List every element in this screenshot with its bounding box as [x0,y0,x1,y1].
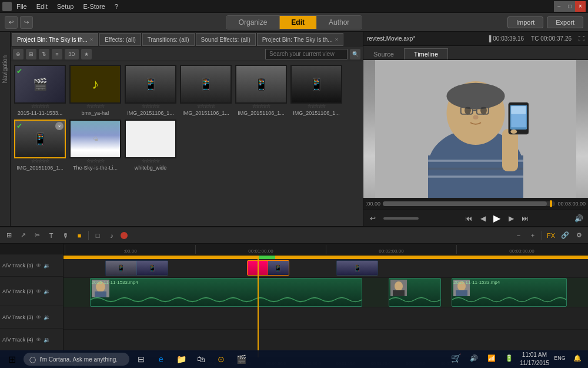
menu-file[interactable]: File [14,2,29,11]
minimize-button[interactable]: − [554,1,564,12]
taskbar-chrome[interactable]: ⊙ [213,352,229,366]
audio-video-clip-3[interactable]: 2015-11-11-1533.mp4 [452,278,567,307]
settings-icon[interactable]: ⚙ [574,230,584,241]
go-start-button[interactable]: ↩ [367,213,379,224]
sort-icon[interactable]: ⇅ [39,49,49,59]
bin-tab2-close[interactable]: × [335,37,338,42]
menu-help[interactable]: ? [112,2,121,11]
volume-slider[interactable] [383,217,419,220]
fullscreen-icon[interactable]: ⛶ [579,35,584,42]
taskbar-cart[interactable]: 🛒 [449,351,463,365]
search-icon[interactable]: 🔍 [350,49,360,59]
taskbar-language[interactable]: ENG [553,351,567,365]
tracks-scroll[interactable]: 📱 📱 📱 📱 [64,256,588,357]
audio-video-clip[interactable]: 2015-11-11-1533.mp4 [90,278,363,307]
video-icon[interactable]: □ [92,230,103,241]
list-item[interactable]: 📱 ☆☆☆☆☆ IMG_20151106_1... [235,65,287,116]
video-clip[interactable]: 📱 📱 [105,260,168,276]
zoom-out-icon[interactable]: − [513,230,524,241]
track-1-eye[interactable]: 👁 [36,263,41,268]
bin-tab-soundfx[interactable]: Sound Effects: (all) [196,33,256,46]
taskbar-edge[interactable]: e [153,352,169,366]
nav-label[interactable]: Navigation [2,55,8,83]
step-back-button[interactable]: ◀ [477,213,489,224]
close-button[interactable]: × [575,1,586,12]
scrubber-bar[interactable] [383,201,555,206]
timeline-ruler[interactable]: :00.00 00:01:00.00 00:02:00.00 00:03:00.… [64,244,588,256]
taskbar-clock[interactable]: 11:01 AM 11/17/2015 [520,351,549,367]
tab-timeline[interactable]: Timeline [404,48,448,59]
bin-tab-project2[interactable]: Project Bin: The Sky is th... × [257,33,343,46]
list-item[interactable]: 🌤 ☆☆☆☆☆ The-Sky-is-the-Li... [69,120,121,171]
track-2-speaker[interactable]: 🔉 [44,289,50,294]
video-clip[interactable]: 📱 [336,260,378,276]
playhead[interactable] [258,256,259,357]
taskbar-explorer[interactable]: 📁 [173,352,189,366]
taskbar-network[interactable]: 📶 [485,351,499,365]
menu-estore[interactable]: E-Store [81,2,107,11]
import-button[interactable]: Import [507,16,543,28]
taskbar-battery[interactable]: 🔋 [502,351,516,365]
prev-frame-button[interactable]: ⏮ [463,213,475,224]
play-button[interactable]: ▶ [491,213,503,224]
volume-button[interactable]: 🔊 [573,213,584,224]
bin-tab-transitions[interactable]: Transitions: (all) [142,33,195,46]
select-icon[interactable]: ↗ [18,230,28,241]
bin-tab-close[interactable]: × [90,37,93,42]
track-3-speaker[interactable]: 🔉 [44,314,50,320]
track-3-eye[interactable]: 👁 [36,314,41,320]
track-4-eye[interactable]: 👁 [36,337,41,343]
color-icon[interactable]: ■ [74,230,85,241]
record-button[interactable] [121,232,128,239]
track-2-eye[interactable]: 👁 [36,289,41,294]
snap-icon[interactable]: ⊞ [4,230,14,241]
audio-icon[interactable]: ♪ [106,230,117,241]
link-icon[interactable]: 🔗 [560,230,570,241]
3d-icon[interactable]: 3D [65,49,79,59]
menu-edit[interactable]: Edit [34,2,50,11]
cut-icon[interactable]: ✂ [32,230,42,241]
tab-author[interactable]: Author [317,16,361,29]
list-item[interactable]: 📱 ✔ × ☆☆☆☆☆ IMG_20151106_1... [14,120,66,171]
list-item[interactable]: 📱 ☆☆☆☆☆ IMG_20151106_1... [290,65,342,116]
search-input[interactable] [265,49,348,59]
maximize-button[interactable]: □ [564,1,575,12]
next-frame-button[interactable]: ⏭ [519,213,531,224]
taskbar-store[interactable]: 🛍 [193,352,209,366]
taskbar-speaker[interactable]: 🔊 [467,351,481,365]
audio-video-clip-2[interactable] [389,278,441,307]
tab-organize[interactable]: Organize [227,16,280,29]
list-item[interactable]: 📱 ☆☆☆☆☆ IMG_20151106_1... [125,65,176,116]
star-filter-icon[interactable]: ★ [81,49,92,59]
add-media-icon[interactable]: ⊕ [13,49,24,59]
zoom-in-icon[interactable]: + [527,230,538,241]
list-item[interactable]: ♪ ☆☆☆☆☆ bmx_ya-ha! [69,65,121,116]
remove-icon[interactable]: × [55,122,64,130]
bin-tab-effects[interactable]: Effects: (all) [99,33,141,46]
track-1-speaker[interactable]: 🔉 [44,263,50,268]
list-item[interactable]: ☆☆☆☆☆ whitebg_wide [125,120,176,171]
export-button[interactable]: Export [547,16,583,28]
bin-tab-project[interactable]: Project Bin: The Sky is th... × [12,33,98,46]
list-item[interactable]: 🎬 ✔ ☆☆☆☆☆ 2015-11-11-1533... [14,65,66,116]
start-button[interactable]: ⊞ [4,352,20,366]
tab-source[interactable]: Source [363,48,404,59]
track-4-speaker[interactable]: 🔉 [44,337,50,343]
undo-button[interactable]: ↩ [5,16,18,29]
selected-video-clip[interactable]: 📱 [247,260,289,276]
preview-scrubber[interactable]: :00.00 00:03:00.00 [363,198,588,210]
taskbar-notification[interactable]: 🔔 [570,351,584,365]
title-icon[interactable]: T [46,230,56,241]
redo-button[interactable]: ↪ [20,16,33,29]
taskbar-app5[interactable]: 🎬 [233,352,249,366]
taskbar-search[interactable]: ◯ I'm Cortana. Ask me anything. [24,353,129,366]
view-grid-icon[interactable]: ⊞ [26,49,36,59]
menu-setup[interactable]: Setup [55,2,76,11]
step-fwd-button[interactable]: ▶ [505,213,517,224]
tab-edit[interactable]: Edit [279,16,317,29]
scrubber-head[interactable] [550,200,552,207]
list-item[interactable]: 📱 ☆☆☆☆☆ IMG_20151106_1... [180,65,232,116]
filter-icon[interactable]: ≡ [52,49,62,59]
voice-icon[interactable]: 🎙 [60,230,71,241]
taskbar-taskview[interactable]: ⊟ [133,352,149,366]
